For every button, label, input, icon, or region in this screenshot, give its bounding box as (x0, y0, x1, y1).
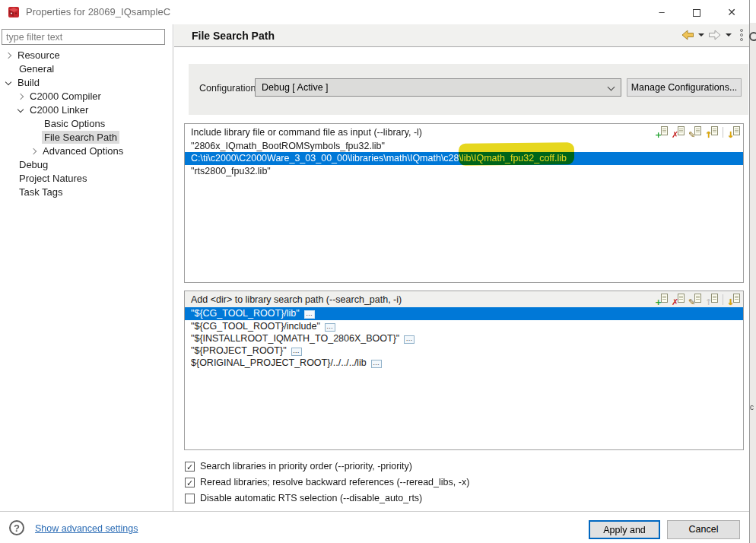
search-list-title: Add <dir> to library search path (--sear… (191, 294, 651, 305)
tree-item-resource[interactable]: Resource (0, 49, 173, 62)
tree-item-c2000-compiler[interactable]: C2000 Compiler (0, 90, 173, 103)
checkbox-reread-libs[interactable]: ✓ Reread libraries; resolve backward ref… (185, 476, 469, 488)
path-prefix: C:\ti\c2000\C2000Ware_3_03_00_00\librari… (191, 153, 462, 164)
apply-and-close-button[interactable]: Apply and Close (589, 520, 660, 539)
toolbar-separator (723, 127, 723, 138)
footer-bar: ? Show advanced settings Apply and Close… (0, 511, 749, 543)
tree-item-task-tags[interactable]: Task Tags (0, 186, 173, 199)
variable-browse-icon[interactable]: … (325, 323, 335, 332)
delete-dir-icon[interactable]: ✗ (672, 294, 685, 306)
tree-item-general[interactable]: General (0, 62, 173, 76)
variable-browse-icon[interactable]: … (371, 360, 382, 368)
variable-browse-icon[interactable]: … (304, 310, 315, 319)
show-advanced-settings-link[interactable]: Show advanced settings (35, 523, 138, 534)
view-menu-icon[interactable] (740, 29, 743, 41)
list-item-selected[interactable]: "${CG_TOOL_ROOT}/lib"… (185, 307, 743, 320)
back-icon[interactable] (681, 30, 694, 40)
list-item[interactable]: "${PROJECT_ROOT}"… (185, 345, 743, 357)
back-history-caret-icon[interactable] (698, 33, 704, 37)
chevron-down-icon (608, 84, 615, 91)
minimize-button[interactable]: – (644, 0, 679, 24)
settings-tree: Resource General Build C2000 Compiler C2… (0, 49, 173, 199)
list-item[interactable]: "rts2800_fpu32.lib" (185, 165, 743, 177)
configuration-label: Configuration: (199, 83, 259, 94)
help-icon[interactable]: ? (9, 520, 24, 535)
highlighted-path-segment: lib\IQmath_fpu32_coff.lib (462, 153, 567, 164)
filter-input[interactable] (2, 29, 165, 45)
chevron-right-icon[interactable] (17, 94, 24, 100)
move-down-icon[interactable]: ↓ (727, 294, 740, 306)
chevron-right-icon[interactable] (30, 148, 37, 154)
tree-item-build[interactable]: Build (0, 76, 173, 90)
add-file-icon[interactable]: + (655, 126, 668, 138)
delete-file-icon[interactable]: ✗ (672, 126, 685, 138)
chevron-right-icon[interactable] (5, 52, 11, 59)
list-item[interactable]: "${INSTALLROOT_IQMATH_TO_2806X_BOOT}"… (185, 332, 743, 345)
search-icon (749, 32, 756, 46)
properties-dialog: Properties for 28069_IQsampleC – ✕ Resou… (0, 0, 749, 543)
tree-item-file-search-path[interactable]: File Search Path (0, 131, 173, 144)
toolbar-separator (723, 294, 723, 305)
app-cube-icon (8, 6, 20, 18)
checkbox-checked-icon[interactable]: ✓ (185, 462, 195, 472)
forward-icon[interactable] (708, 30, 722, 40)
include-library-list: Include library file or command file as … (184, 123, 744, 283)
sidebar: Resource General Build C2000 Compiler C2… (0, 24, 173, 511)
tree-item-project-natures[interactable]: Project Natures (0, 172, 173, 186)
configuration-select[interactable]: Debug [ Active ] (255, 78, 621, 97)
cancel-button[interactable]: Cancel (667, 520, 740, 539)
move-up-icon[interactable]: ↑ (705, 126, 718, 138)
list-item[interactable]: ${ORIGINAL_PROJECT_ROOT}/../../../lib… (185, 357, 743, 369)
search-path-list: Add <dir> to library search path (--sear… (184, 291, 744, 450)
add-dir-icon[interactable]: + (655, 294, 668, 306)
tree-item-debug[interactable]: Debug (0, 158, 173, 172)
tree-item-basic-options[interactable]: Basic Options (0, 117, 173, 131)
list-item[interactable]: "${CG_TOOL_ROOT}/include"… (185, 320, 743, 332)
background-window-sliver: c (749, 0, 756, 543)
checkbox-disable-auto-rts[interactable]: Disable automatic RTS selection (--disab… (185, 492, 422, 504)
move-down-icon[interactable]: ↓ (727, 126, 740, 138)
window-title: Properties for 28069_IQsampleC (26, 6, 170, 17)
page-header: File Search Path (174, 24, 749, 47)
forward-history-caret-icon[interactable] (726, 33, 732, 37)
tree-item-c2000-linker[interactable]: C2000 Linker (0, 103, 173, 117)
manage-configurations-button[interactable]: Manage Configurations... (627, 78, 742, 97)
checkbox-priority[interactable]: ✓ Search libraries in priority order (--… (185, 460, 412, 472)
page-title: File Search Path (192, 30, 275, 42)
list-item-selected[interactable]: C:\ti\c2000\C2000Ware_3_03_00_00\librari… (185, 152, 743, 165)
configuration-value: Debug [ Active ] (262, 82, 329, 93)
title-bar: Properties for 28069_IQsampleC – ✕ (0, 0, 749, 24)
close-button[interactable]: ✕ (714, 0, 749, 24)
variable-browse-icon[interactable]: … (291, 348, 302, 356)
edit-file-icon[interactable]: ✎ (688, 126, 701, 138)
include-list-title: Include library file or command file as … (191, 127, 651, 138)
maximize-button[interactable] (679, 0, 714, 24)
tree-item-advanced-options[interactable]: Advanced Options (0, 144, 173, 158)
move-up-disabled-icon: ↑ (705, 294, 718, 306)
variable-browse-icon[interactable]: … (404, 335, 415, 344)
chevron-down-icon[interactable] (17, 106, 24, 113)
maximize-icon (693, 9, 700, 17)
edit-dir-icon[interactable]: ✎ (688, 294, 701, 306)
background-partial-text: c (750, 403, 754, 411)
checkbox-unchecked-icon[interactable] (185, 494, 195, 503)
chevron-down-icon[interactable] (5, 79, 11, 85)
configuration-panel: Configuration: Debug [ Active ] Manage C… (189, 64, 748, 115)
checkbox-checked-icon[interactable]: ✓ (185, 478, 195, 487)
